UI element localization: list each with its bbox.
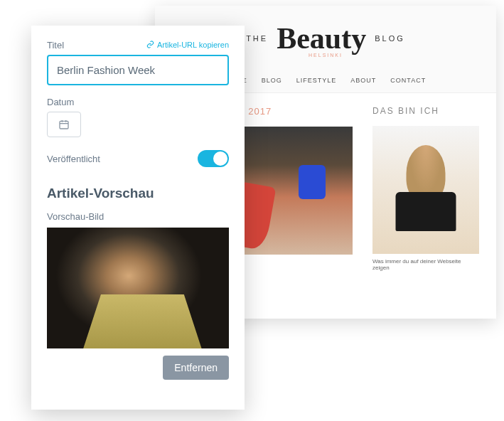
editor-panel: Titel Artikel-URL kopieren Datum Veröffe…: [31, 26, 245, 410]
blog-logo: THE Beauty BLOG HELSINKI: [246, 21, 405, 58]
sidebar-title: DAS BIN ICH: [372, 106, 479, 116]
remove-row: Entfernen: [47, 356, 229, 380]
date-input[interactable]: [47, 112, 81, 137]
svg-rect-0: [60, 121, 68, 129]
logo-beauty: Beauty: [277, 21, 366, 55]
date-label: Datum: [47, 97, 229, 107]
published-toggle[interactable]: [198, 150, 229, 167]
nav-blog[interactable]: BLOG: [262, 77, 282, 84]
preview-image[interactable]: [47, 228, 229, 348]
blog-sidebar: DAS BIN ICH Was immer du auf deiner Webs…: [372, 106, 479, 271]
preview-section-title: Artikel-Vorschau: [47, 186, 229, 201]
copy-url-label: Artikel-URL kopieren: [157, 41, 229, 49]
title-input[interactable]: [47, 55, 229, 85]
nav-contact[interactable]: CONTACT: [390, 77, 426, 84]
remove-button[interactable]: Entfernen: [163, 356, 229, 380]
logo-the: THE: [246, 34, 268, 43]
title-label: Titel: [47, 40, 64, 50]
sidebar-image: [372, 126, 479, 254]
calendar-icon: [58, 119, 70, 130]
copy-url-link[interactable]: Artikel-URL kopieren: [146, 41, 229, 49]
published-row: Veröffentlicht: [47, 150, 229, 167]
nav-lifestyle[interactable]: LIFESTYLE: [296, 77, 337, 84]
title-row: Titel Artikel-URL kopieren: [47, 40, 229, 50]
nav-about[interactable]: ABOUT: [350, 77, 376, 84]
sidebar-caption: Was immer du auf deiner Webseite zeigen: [372, 258, 479, 271]
logo-blog: BLOG: [375, 34, 405, 43]
preview-image-label: Vorschau-Bild: [47, 211, 229, 222]
link-icon: [146, 41, 154, 48]
published-label: Veröffentlicht: [47, 154, 100, 164]
